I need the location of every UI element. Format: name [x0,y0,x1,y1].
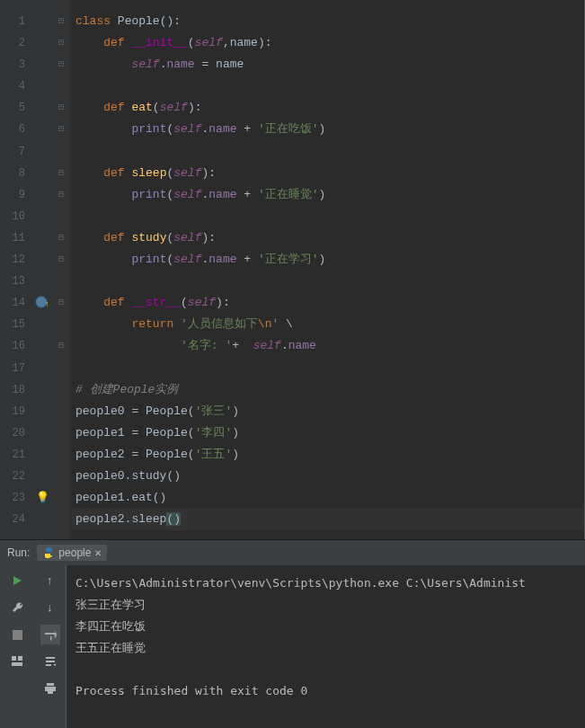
code-line: def sleep(self): [72,163,584,184]
fold-toggle-icon[interactable]: ⊟ [52,11,70,32]
fold-toggle-icon[interactable]: ⊟ [52,119,70,140]
gutter-markers: 💡 [32,0,52,539]
code-line: # 创建People实例 [72,379,584,401]
run-tab-title: people [58,546,91,559]
console-output[interactable]: C:\Users\Administrator\venv\Scripts\pyth… [66,565,585,728]
intention-bulb-icon[interactable]: 💡 [36,492,49,504]
line-number: 14 [0,292,25,314]
code-editor-panel: 1 2 3 4 5 6 7 8 9 10 11 12 13 14 15 16 1… [0,0,585,539]
fold-gutter: ⊟ ⊟ ⊟ ⊟ ⊟ ⊟ ⊟ ⊟ ⊟ ⊟ ⊟ [52,0,70,539]
stop-button[interactable] [7,625,27,644]
run-tool-label: Run: [7,546,30,559]
line-number: 8 [0,163,25,184]
run-tool-window: Run: people ✕ ↑ ↓ C:\Users\Administrator… [0,539,585,728]
line-number: 10 [0,206,25,227]
line-number: 18 [0,379,25,401]
override-marker-icon[interactable] [35,296,48,308]
line-number: 13 [0,271,25,292]
line-number: 5 [0,97,25,119]
line-number: 7 [0,141,25,163]
svg-rect-0 [13,630,22,640]
fold-toggle-icon[interactable]: ⊟ [52,249,70,271]
code-line [72,271,584,292]
line-number: 9 [0,184,25,206]
code-line: def __init__(self,name): [72,32,584,54]
fold-toggle-icon[interactable]: ⊟ [52,163,70,184]
code-line [72,358,584,379]
down-stack-icon[interactable]: ↓ [40,598,60,617]
print-icon[interactable] [40,679,60,698]
line-number: 19 [0,401,25,422]
code-area[interactable]: class People(): def __init__(self,name):… [70,0,585,539]
line-number: 1 [0,11,25,32]
fold-toggle-icon[interactable]: ⊟ [52,54,70,75]
fold-toggle-icon[interactable]: ⊟ [52,32,70,54]
line-number: 3 [0,54,25,75]
line-number: 20 [0,422,25,444]
line-number: 12 [0,249,25,271]
console-line: 王五正在睡觉 [75,641,146,654]
line-number: 16 [0,335,25,357]
code-line: self.name = name [72,54,584,75]
line-number: 2 [0,32,25,54]
code-line: return '人员信息如下\n' \ [72,314,584,335]
code-line: people0.study() [72,466,584,487]
code-line: '名字: '+ self.name [72,335,584,357]
code-line: print(self.name + '正在学习') [72,249,584,271]
line-number: 24 [0,509,25,530]
code-line: def eat(self): [72,97,584,119]
svg-rect-2 [18,656,22,661]
console-command: C:\Users\Administrator\venv\Scripts\pyth… [75,576,526,590]
fold-toggle-icon[interactable]: ⊟ [52,227,70,249]
console-line: 张三正在学习 [75,598,146,611]
line-number: 22 [0,466,25,487]
line-number: 15 [0,314,25,335]
fold-toggle-icon[interactable]: ⊟ [52,292,70,314]
console-exit-line: Process finished with exit code 0 [75,684,307,697]
fold-toggle-icon[interactable]: ⊟ [52,335,70,357]
run-toolbar-secondary: ↑ ↓ [34,565,66,728]
run-tab[interactable]: people ✕ [37,545,107,561]
soft-wrap-icon[interactable] [40,625,60,644]
svg-rect-3 [12,662,22,666]
up-stack-icon[interactable]: ↑ [40,571,60,590]
line-number-gutter: 1 2 3 4 5 6 7 8 9 10 11 12 13 14 15 16 1… [0,0,32,539]
rerun-button[interactable] [7,571,27,590]
layout-settings-icon[interactable] [7,652,27,671]
code-line: people0 = People('张三') [72,401,584,422]
console-line: 李四正在吃饭 [75,619,146,633]
code-line [72,206,584,227]
line-number: 6 [0,119,25,140]
code-line: print(self.name + '正在吃饭') [72,119,584,140]
svg-rect-1 [12,656,16,661]
settings-wrench-icon[interactable] [7,598,27,617]
code-line: people1.eat() [72,487,584,509]
fold-toggle-icon[interactable]: ⊟ [52,184,70,206]
code-line: people1 = People('李四') [72,422,584,444]
code-line: print(self.name + '正在睡觉') [72,184,584,206]
code-line: people2 = People('王五') [72,444,584,466]
code-line [72,75,584,97]
code-line: def study(self): [72,227,584,249]
fold-toggle-icon[interactable]: ⊟ [52,97,70,119]
line-number: 23 [0,487,25,509]
code-line: def __str__(self): [72,292,584,314]
code-line [72,141,584,163]
scroll-to-end-icon[interactable] [40,652,60,671]
code-line-current: people2.sleep() [72,509,584,530]
python-file-icon [42,546,55,559]
close-tab-icon[interactable]: ✕ [94,548,102,558]
line-number: 17 [0,358,25,379]
run-header: Run: people ✕ [0,540,585,565]
run-body: ↑ ↓ C:\Users\Administrator\venv\Scripts\… [0,565,585,728]
line-number: 4 [0,75,25,97]
run-toolbar-primary [0,565,34,728]
line-number: 11 [0,227,25,249]
code-line: class People(): [72,11,584,32]
line-number: 21 [0,444,25,466]
